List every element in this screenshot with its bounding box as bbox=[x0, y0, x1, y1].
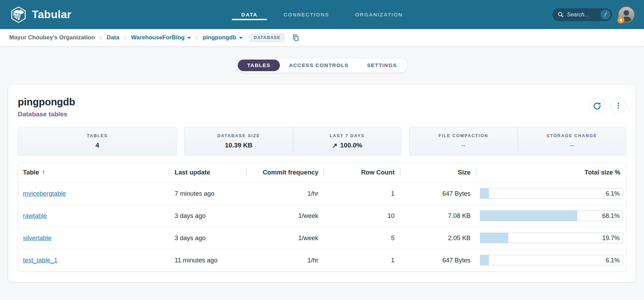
cell-row-count: 1 bbox=[324, 249, 400, 271]
search-icon bbox=[557, 11, 564, 18]
cell-commit-frequency: 1/week bbox=[247, 227, 324, 249]
column-header-total-size[interactable]: Total size % bbox=[476, 163, 626, 182]
breadcrumb-database-label: pingpongdb bbox=[203, 34, 236, 41]
shield-badge-icon bbox=[617, 16, 624, 24]
cell-table-name: myicebergtable bbox=[18, 182, 170, 205]
total-size-bar-fill bbox=[480, 188, 489, 198]
cell-total-size: 6.1% bbox=[476, 249, 626, 271]
cell-last-update: 3 days ago bbox=[170, 227, 247, 249]
chevron-right-icon: › bbox=[100, 34, 102, 41]
breadcrumb-data-link[interactable]: Data bbox=[107, 34, 119, 41]
table-row: test_table_111 minutes ago1/hr1647 Bytes… bbox=[18, 249, 626, 271]
breadcrumb: Mayur Choubey's Organization › Data › Wa… bbox=[0, 29, 644, 46]
table-link[interactable]: rawtable bbox=[23, 212, 47, 219]
cell-last-update: 7 minutes ago bbox=[170, 182, 247, 205]
total-size-label: 6.1% bbox=[606, 190, 620, 197]
nav-item-connections[interactable]: CONNECTIONS bbox=[271, 0, 342, 29]
copy-icon[interactable] bbox=[292, 34, 300, 42]
user-avatar[interactable] bbox=[618, 6, 634, 23]
stat-value: -- bbox=[461, 142, 466, 149]
tabular-logo[interactable]: Tabular bbox=[10, 6, 71, 24]
search-input[interactable] bbox=[567, 12, 596, 18]
cell-last-update: 3 days ago bbox=[170, 205, 247, 227]
cell-size: 2.05 KB bbox=[400, 227, 476, 249]
total-size-label: 6.1% bbox=[606, 257, 620, 264]
stat-last-7-days: LAST 7 DAYS ↗ 100.0% bbox=[293, 127, 401, 155]
stat-value: 10.39 KB bbox=[225, 142, 252, 149]
nav-item-organization[interactable]: ORGANIZATION bbox=[342, 0, 416, 29]
total-size-bar-fill bbox=[480, 255, 489, 265]
stats-row: TABLES 4 DATABASE SIZE 10.39 KB LAST 7 D… bbox=[18, 127, 626, 156]
page-subtitle: Database tables bbox=[18, 110, 75, 118]
refresh-icon bbox=[593, 101, 602, 110]
cell-table-name: test_table_1 bbox=[18, 249, 170, 271]
cell-total-size: 68.1% bbox=[476, 205, 626, 227]
search-box[interactable]: / bbox=[553, 8, 612, 21]
stat-tables: TABLES 4 bbox=[18, 127, 176, 155]
breadcrumb-database-dropdown[interactable]: pingpongdb bbox=[203, 34, 243, 41]
stat-label: LAST 7 DAYS bbox=[330, 133, 364, 138]
column-header-table[interactable]: Table↑ bbox=[18, 163, 170, 182]
total-size-bar: 68.1% bbox=[480, 210, 623, 221]
stat-card-tables: TABLES 4 bbox=[18, 127, 177, 156]
stat-database-size: DATABASE SIZE 10.39 KB bbox=[185, 127, 293, 155]
cell-row-count: 5 bbox=[324, 227, 400, 249]
total-size-bar: 6.1% bbox=[480, 255, 623, 265]
column-header-commit-frequency[interactable]: Commit frequency bbox=[247, 163, 324, 182]
stat-card-size: DATABASE SIZE 10.39 KB LAST 7 DAYS ↗ 100… bbox=[184, 127, 401, 156]
cell-table-name: rawtable bbox=[18, 205, 170, 227]
caret-down-icon bbox=[239, 37, 243, 39]
table-link[interactable]: test_table_1 bbox=[23, 257, 58, 264]
more-options-button[interactable] bbox=[610, 98, 626, 114]
cell-total-size: 6.1% bbox=[476, 182, 626, 205]
header-actions bbox=[589, 98, 626, 114]
stat-value: -- bbox=[570, 142, 574, 149]
table-header-row: Table↑ Last update Commit frequency Row … bbox=[18, 163, 626, 182]
total-size-bar: 6.1% bbox=[480, 188, 623, 199]
stat-storage-change: STORAGE CHANGE -- bbox=[518, 127, 626, 155]
tabular-logo-icon bbox=[10, 6, 27, 24]
total-size-bar: 19.7% bbox=[480, 233, 623, 243]
top-navigation-bar: Tabular DATA CONNECTIONS ORGANIZATION / bbox=[0, 0, 644, 29]
table-link[interactable]: silvertable bbox=[23, 234, 51, 242]
search-shortcut-key: / bbox=[600, 10, 610, 19]
stat-card-maintenance: FILE COMPACTION -- STORAGE CHANGE -- bbox=[409, 127, 626, 156]
caret-down-icon bbox=[187, 37, 191, 39]
cell-commit-frequency: 1/hr bbox=[247, 182, 324, 205]
chevron-right-icon: › bbox=[124, 34, 126, 41]
column-header-last-update[interactable]: Last update bbox=[170, 163, 247, 182]
total-size-bar-fill bbox=[480, 233, 508, 243]
table-row: myicebergtable7 minutes ago1/hr1647 Byte… bbox=[18, 182, 626, 205]
card-header: pingpongdb Database tables bbox=[18, 96, 626, 118]
stat-label: FILE COMPACTION bbox=[438, 133, 488, 138]
cell-size: 647 Bytes bbox=[400, 249, 476, 271]
stat-label: STORAGE CHANGE bbox=[547, 133, 597, 138]
breadcrumb-warehouse-dropdown[interactable]: WarehouseForBlog bbox=[131, 34, 191, 41]
cell-size: 7.08 KB bbox=[400, 205, 476, 227]
brand-name: Tabular bbox=[32, 8, 71, 21]
stat-value: 100.0% bbox=[340, 142, 362, 149]
stat-file-compaction: FILE COMPACTION -- bbox=[409, 127, 517, 155]
total-size-label: 19.7% bbox=[602, 234, 620, 242]
tab-tables[interactable]: TABLES bbox=[238, 60, 280, 71]
refresh-button[interactable] bbox=[589, 98, 605, 114]
table-row: rawtable3 days ago1/week107.08 KB68.1% bbox=[18, 205, 626, 227]
table-link[interactable]: myicebergtable bbox=[23, 190, 66, 197]
trend-up-icon: ↗ bbox=[332, 142, 337, 149]
tables-table: Table↑ Last update Commit frequency Row … bbox=[18, 162, 626, 272]
cell-last-update: 11 minutes ago bbox=[170, 249, 247, 271]
tab-settings[interactable]: SETTINGS bbox=[358, 60, 406, 71]
nav-item-data[interactable]: DATA bbox=[228, 0, 271, 29]
database-type-badge: DATABASE bbox=[249, 33, 285, 42]
section-tabs: TABLES ACCESS CONTROLS SETTINGS bbox=[236, 58, 408, 73]
column-header-size[interactable]: Size bbox=[400, 163, 476, 182]
cell-commit-frequency: 1/hr bbox=[247, 249, 324, 271]
tab-access-controls[interactable]: ACCESS CONTROLS bbox=[280, 60, 358, 71]
table-row: silvertable3 days ago1/week52.05 KB19.7% bbox=[18, 227, 626, 249]
column-header-row-count[interactable]: Row Count bbox=[324, 163, 400, 182]
total-size-label: 68.1% bbox=[602, 212, 620, 219]
cell-commit-frequency: 1/week bbox=[247, 205, 324, 227]
breadcrumb-warehouse-label: WarehouseForBlog bbox=[131, 34, 185, 41]
kebab-menu-icon bbox=[615, 102, 622, 109]
breadcrumb-organization: Mayur Choubey's Organization bbox=[9, 34, 95, 41]
